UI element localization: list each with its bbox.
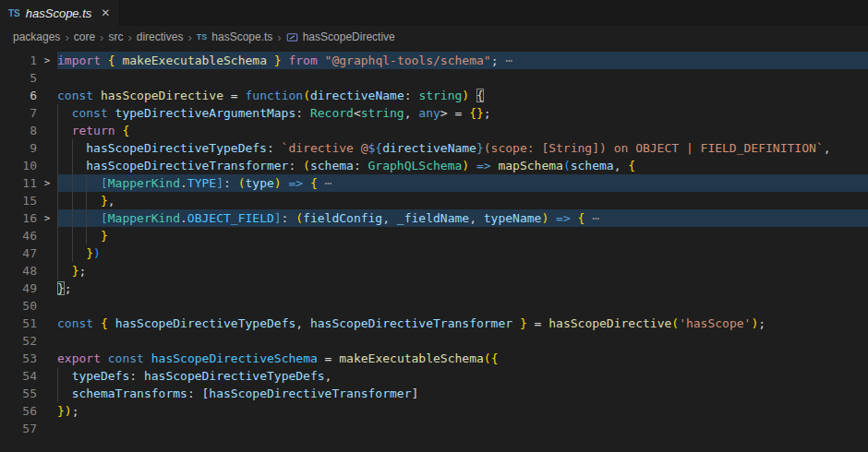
gutter-spacer — [37, 297, 57, 315]
gutter-spacer — [37, 280, 57, 297]
code-token: } — [476, 141, 484, 155]
breadcrumb-item-hasscopedirective[interactable]: hasScopeDirective — [286, 30, 395, 43]
code-line[interactable]: 56}); — [0, 402, 868, 420]
code-token: = — [231, 89, 246, 102]
code-line[interactable]: 47}) — [0, 244, 868, 262]
code-line[interactable]: 53export const hasScopeDirectiveSchema =… — [0, 350, 868, 367]
indent-guide — [86, 174, 101, 192]
code-token: ( — [303, 89, 310, 102]
indent-guide — [72, 157, 87, 174]
editor-gutter: 55 — [0, 385, 57, 402]
code-token: => — [549, 211, 577, 225]
code-editor[interactable]: 1>import { makeExecutableSchema } from "… — [0, 48, 868, 437]
code-token: Record — [310, 106, 354, 120]
gutter-spacer — [37, 227, 57, 244]
code-line-content: }) — [57, 244, 868, 262]
breadcrumb-item-src[interactable]: src — [108, 30, 123, 43]
code-line[interactable]: 11>[MapperKind.TYPE]: (type) => { ⋯ — [0, 174, 868, 192]
indent-guide — [72, 192, 87, 209]
code-token: const — [108, 351, 151, 365]
code-line[interactable]: 7const typeDirectiveArgumentMaps: Record… — [0, 104, 868, 122]
code-token: { — [491, 351, 499, 365]
indent-guide — [57, 209, 72, 227]
breadcrumb-label: packages — [13, 30, 60, 43]
breadcrumb-item-core[interactable]: core — [74, 30, 95, 43]
code-token: . — [180, 176, 187, 190]
line-number: 9 — [0, 139, 37, 157]
symbol-variable-icon — [286, 31, 298, 43]
code-token: ; — [72, 404, 79, 418]
code-line[interactable]: 48}; — [0, 262, 868, 280]
code-token: hasScopeDirectiveTypeDefs — [115, 316, 296, 330]
code-line-content: schemaTransforms: [hasScopeDirectiveTran… — [57, 385, 868, 402]
code-line[interactable]: 50 — [0, 297, 868, 315]
code-token: ; — [65, 281, 72, 295]
line-number: 57 — [0, 420, 37, 437]
tab-hasscope[interactable]: TS hasScope.ts ✕ — [0, 0, 120, 26]
breadcrumb-item-directives[interactable]: directives — [137, 30, 184, 43]
breadcrumb-label: hasScope.ts — [211, 30, 272, 43]
code-line[interactable]: 6const hasScopeDirective = function(dire… — [0, 87, 868, 104]
code-token: directiveName — [382, 141, 476, 155]
breadcrumb: packages›core›src›directives›TShasScope.… — [0, 26, 868, 48]
code-token: GraphQLSchema — [368, 159, 463, 172]
code-line[interactable]: 46} — [0, 227, 868, 244]
close-icon[interactable]: ✕ — [101, 7, 110, 18]
code-token: ) — [462, 159, 469, 172]
code-token: { — [101, 316, 115, 330]
indent-guide — [72, 139, 87, 157]
code-line[interactable]: 5 — [0, 69, 868, 87]
code-token: ) — [462, 89, 469, 102]
editor-gutter: 48 — [0, 262, 57, 280]
code-token: directiveName — [310, 89, 404, 102]
code-line[interactable]: 55schemaTransforms: [hasScopeDirectiveTr… — [0, 385, 868, 402]
code-line[interactable]: 52 — [0, 332, 868, 350]
line-number: 54 — [0, 367, 37, 385]
code-token: : — [223, 176, 238, 190]
line-number: 16 — [0, 209, 37, 227]
code-token: ${ — [368, 141, 383, 155]
code-token: any — [418, 106, 440, 120]
code-token: typeDirectiveArgumentMaps — [115, 106, 296, 120]
code-token: { — [310, 176, 318, 190]
code-line[interactable]: 8return { — [0, 122, 868, 139]
code-token: typeDefs — [72, 369, 130, 383]
line-number: 55 — [0, 385, 37, 402]
code-line[interactable]: 49}; — [0, 280, 868, 297]
breadcrumb-item-hasscope-ts[interactable]: TShasScope.ts — [197, 30, 273, 43]
code-line[interactable]: 54typeDefs: hasScopeDirectiveTypeDefs, — [0, 367, 868, 385]
code-token: typeName — [484, 211, 542, 225]
code-token: type — [245, 176, 273, 190]
code-line[interactable]: 15}, — [0, 192, 868, 209]
code-token: => — [469, 159, 498, 172]
gutter-spacer — [37, 385, 57, 402]
fold-chevron-icon[interactable]: > — [37, 174, 57, 192]
editor-gutter: 49 — [0, 280, 57, 297]
code-token: } — [57, 404, 65, 418]
line-number: 15 — [0, 192, 37, 209]
code-line[interactable]: 51const { hasScopeDirectiveTypeDefs, has… — [0, 315, 868, 332]
code-line[interactable]: 16>[MapperKind.OBJECT_FIELD]: (fieldConf… — [0, 209, 868, 227]
breadcrumb-item-packages[interactable]: packages — [13, 30, 60, 43]
indent-guide — [72, 209, 87, 227]
code-token: 'hasScope' — [679, 316, 751, 330]
code-line[interactable]: 10hasScopeDirectiveTransformer: (schema:… — [0, 157, 868, 174]
code-line-content: const { hasScopeDirectiveTypeDefs, hasSc… — [57, 315, 868, 332]
gutter-spacer — [37, 104, 57, 122]
code-line[interactable]: 57 — [0, 420, 868, 437]
code-line-content: return { — [57, 122, 868, 139]
code-line[interactable]: 9hasScopeDirectiveTypeDefs: `directive @… — [0, 139, 868, 157]
code-token: const — [72, 106, 115, 120]
gutter-spacer — [37, 350, 57, 367]
fold-chevron-icon[interactable]: > — [37, 52, 57, 69]
code-token: [ — [101, 211, 108, 225]
line-number: 46 — [0, 227, 37, 244]
fold-chevron-icon[interactable]: > — [37, 209, 57, 227]
code-line-content: const hasScopeDirective = function(direc… — [57, 87, 868, 104]
typescript-file-icon: TS — [197, 32, 208, 42]
typescript-file-icon: TS — [8, 8, 20, 18]
code-token: schema — [571, 159, 614, 172]
code-line-content: } — [57, 227, 868, 244]
code-token: hasScopeDirectiveTypeDefs — [144, 369, 325, 383]
code-line[interactable]: 1>import { makeExecutableSchema } from "… — [0, 52, 868, 69]
